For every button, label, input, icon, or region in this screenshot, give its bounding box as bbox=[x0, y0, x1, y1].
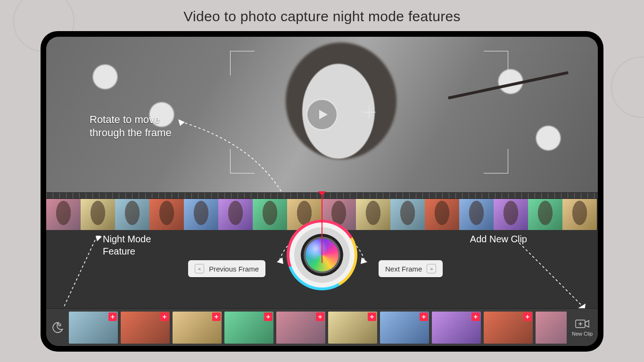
timeline-frame[interactable] bbox=[494, 199, 528, 230]
tablet-frame: Rotate to move through the frame bbox=[41, 31, 603, 352]
page-title: Video to photo capture night mode featur… bbox=[0, 0, 644, 25]
add-clip-badge[interactable]: + bbox=[316, 313, 324, 321]
new-clip-label: New Clip bbox=[572, 331, 593, 337]
chevron-left-icon: « bbox=[195, 264, 204, 273]
moon-gear-icon bbox=[51, 321, 64, 334]
night-mode-annotation: Night Mode Feature bbox=[103, 233, 151, 257]
add-clip-badge[interactable]: + bbox=[420, 313, 428, 321]
svg-marker-1 bbox=[277, 257, 283, 264]
clip-item[interactable]: + bbox=[121, 312, 170, 344]
rotate-annotation: Rotate to move through the frame bbox=[90, 113, 172, 139]
add-clip-badge[interactable]: + bbox=[108, 313, 117, 321]
clip-list[interactable]: ++++++++++ bbox=[69, 312, 567, 344]
timeline-frame[interactable] bbox=[459, 199, 494, 230]
timeline-frame[interactable] bbox=[218, 199, 253, 230]
timeline-frame[interactable] bbox=[81, 199, 115, 230]
video-preview[interactable]: Rotate to move through the frame bbox=[46, 37, 598, 192]
clip-tray: ++++++++++ New Clip bbox=[46, 308, 598, 346]
night-arrow bbox=[59, 236, 107, 311]
svg-marker-3 bbox=[95, 236, 102, 241]
timeline-frame[interactable] bbox=[46, 199, 81, 230]
timeline-frame[interactable] bbox=[528, 199, 562, 230]
play-button[interactable] bbox=[306, 99, 338, 131]
clip-item[interactable]: + bbox=[328, 312, 377, 344]
night-mode-button[interactable] bbox=[46, 309, 69, 346]
clip-item[interactable]: + bbox=[432, 312, 481, 344]
add-clip-badge[interactable]: + bbox=[212, 313, 221, 321]
playhead[interactable] bbox=[322, 192, 322, 263]
clip-item[interactable]: + bbox=[276, 312, 325, 344]
add-clip-badge[interactable]: + bbox=[160, 313, 169, 321]
timeline-frame[interactable] bbox=[356, 199, 390, 230]
timeline-frame[interactable] bbox=[562, 199, 597, 230]
clip-item[interactable]: + bbox=[536, 312, 567, 344]
add-clip-annotation: Add New Clip bbox=[470, 233, 527, 245]
timeline-frame[interactable] bbox=[253, 199, 287, 230]
video-add-icon bbox=[575, 319, 589, 329]
add-clip-badge[interactable]: + bbox=[471, 313, 480, 321]
new-clip-button[interactable]: New Clip bbox=[567, 309, 598, 346]
add-clip-badge[interactable]: + bbox=[523, 313, 532, 321]
next-frame-button[interactable]: Next Frame » bbox=[379, 260, 443, 277]
timeline-frame[interactable] bbox=[115, 199, 149, 230]
film-reel-icon bbox=[611, 57, 644, 118]
svg-point-5 bbox=[58, 323, 61, 326]
svg-marker-2 bbox=[361, 257, 367, 264]
clip-item[interactable]: + bbox=[484, 312, 533, 344]
clip-item[interactable]: + bbox=[224, 312, 273, 344]
timeline-frame[interactable] bbox=[390, 199, 425, 230]
next-frame-label: Next Frame bbox=[385, 265, 422, 273]
clip-item[interactable]: + bbox=[69, 312, 118, 344]
add-clip-badge[interactable]: + bbox=[368, 313, 376, 321]
clip-item[interactable]: + bbox=[173, 312, 222, 344]
previous-frame-label: Previous Frame bbox=[209, 265, 259, 273]
play-icon bbox=[317, 109, 329, 120]
timeline-frame[interactable] bbox=[149, 199, 184, 230]
timeline-frame[interactable] bbox=[184, 199, 218, 230]
previous-frame-button[interactable]: « Previous Frame bbox=[188, 260, 265, 277]
app-screen: Rotate to move through the frame bbox=[46, 37, 598, 346]
timeline-frame[interactable] bbox=[425, 199, 459, 230]
add-clip-arrow bbox=[511, 239, 586, 310]
chevron-right-icon: » bbox=[427, 264, 436, 273]
clip-item[interactable]: + bbox=[380, 312, 429, 344]
add-clip-badge[interactable]: + bbox=[264, 313, 272, 321]
